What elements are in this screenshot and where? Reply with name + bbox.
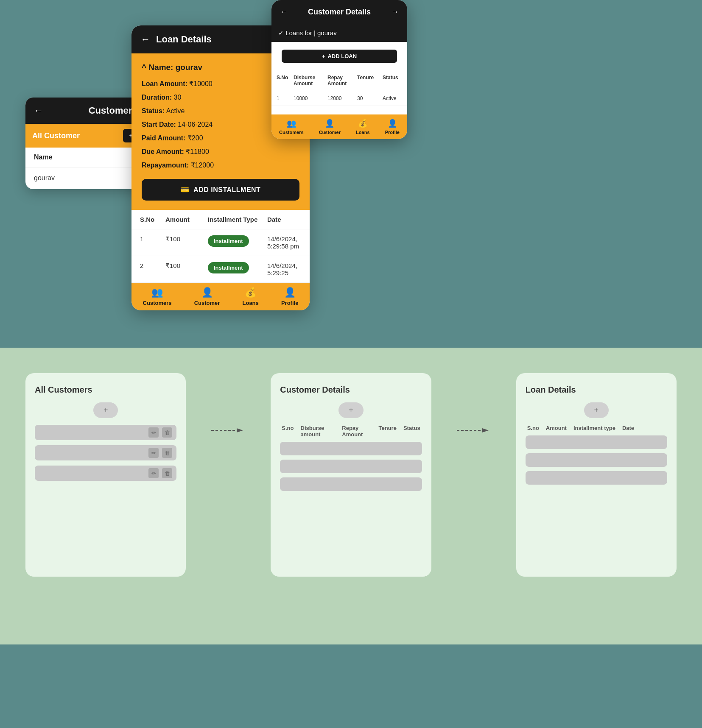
cd-col-sno: S.No: [277, 75, 294, 86]
all-customer-label: All Customer: [32, 131, 80, 140]
svg-marker-3: [482, 428, 489, 432]
add-loan-button[interactable]: + ADD LOAN: [282, 50, 397, 63]
row1-type: Installment: [208, 235, 267, 247]
cd-col-status: Status: [383, 75, 407, 86]
cd-nav-loans[interactable]: 💰 Loans: [356, 119, 369, 135]
flow-row-1-1: ✏ 🗑: [35, 425, 176, 440]
cd-customer-label: Customer: [319, 130, 341, 135]
col-amount: Amount: [165, 216, 208, 223]
nav-customers-label: Customers: [143, 300, 172, 306]
plus-icon-1: +: [103, 406, 108, 415]
nav-customer[interactable]: 👤 Customer: [194, 287, 220, 306]
flow-table-header-2: S.no Disburse amount Repay Amount Tenure…: [280, 425, 422, 438]
flow-card-all-customers: All Customers + ✏ 🗑 ✏ 🗑 ✏ 🗑: [25, 373, 186, 577]
flow-add-btn-1[interactable]: +: [93, 402, 118, 418]
cd-loans-icon: 💰: [358, 119, 367, 128]
loan-bottom-nav: 👥 Customers 👤 Customer 💰 Loans 👤 Profile: [131, 283, 310, 310]
col-disburse-2: Disburse amount: [301, 425, 336, 438]
installment-table: S.No Amount Installment Type Date 1 ₹100…: [131, 210, 310, 283]
col-sno-2: S.no: [282, 425, 294, 438]
nav-loans[interactable]: 💰 Loans: [243, 287, 259, 306]
delete-row-icon-3: 🗑: [162, 468, 172, 478]
col-sno: S.No: [140, 216, 165, 223]
cd-row1-sno: 1: [277, 95, 294, 101]
loan-back-icon[interactable]: ←: [141, 34, 150, 45]
cd-col-disburse: Disburse Amount: [294, 75, 327, 86]
svg-marker-1: [237, 428, 243, 432]
flow-row-1-2: ✏ 🗑: [35, 445, 176, 460]
customer-details-card: ← Customer Details → ✓ Loans for | goura…: [271, 0, 407, 139]
loan-due-amount: Due Amount: ₹11800: [142, 147, 299, 157]
edit-row-icon-3: ✏: [148, 468, 159, 478]
add-installment-button[interactable]: 💳 ADD INSTALLMENT: [142, 179, 299, 201]
flow-card-2-title: Customer Details: [280, 385, 422, 395]
cd-loans-section: ✓ Loans for | gourav + ADD LOAN S.No Dis…: [271, 24, 407, 106]
credit-card-icon: 💳: [181, 186, 190, 194]
profile-nav-icon: 👤: [284, 287, 296, 298]
cd-loans-header: ✓ Loans for | gourav: [271, 24, 407, 42]
flow-card-customer-details: Customer Details + S.no Disburse amount …: [271, 373, 431, 577]
plus-icon-3: +: [594, 406, 599, 415]
flow-table-row-2-2: [280, 460, 422, 473]
nav-customers[interactable]: 👥 Customers: [143, 287, 172, 306]
installment-row-1: 1 ₹100 Installment 14/6/2024, 5:29:58 pm: [131, 229, 310, 256]
flow-card-1-title: All Customers: [35, 385, 176, 395]
edit-row-icon-1: ✏: [148, 427, 159, 438]
flow-table-row-2-3: [280, 477, 422, 491]
customer-card-title: Customer: [89, 105, 132, 116]
nav-customer-label: Customer: [194, 300, 220, 306]
cd-profile-label: Profile: [385, 130, 400, 135]
dashed-arrow-2: [457, 373, 491, 437]
loan-details-title: Loan Details: [156, 34, 212, 45]
row2-type: Installment: [208, 262, 267, 273]
flow-table-header-3: S.no Amount Installment type Date: [526, 425, 667, 431]
delete-row-icon-1: 🗑: [162, 427, 172, 438]
cd-logout-icon[interactable]: →: [391, 8, 399, 17]
customer-back-icon[interactable]: ←: [34, 105, 43, 116]
add-loan-label: ADD LOAN: [327, 53, 357, 59]
row1-date: 14/6/2024, 5:29:58 pm: [267, 235, 301, 250]
upper-section: ← Customer → All Customer + ADD CUSTOMER…: [0, 0, 702, 348]
cd-loans-label: Loans: [356, 130, 369, 135]
col-amount-3: Amount: [546, 425, 567, 431]
cd-nav-customer[interactable]: 👤 Customer: [319, 119, 341, 135]
row1-amount: ₹100: [165, 235, 208, 243]
flow-card-loan-details: Loan Details + S.no Amount Installment t…: [516, 373, 677, 577]
cd-profile-icon: 👤: [388, 119, 397, 128]
dashed-arrow-1: [211, 373, 245, 437]
cd-nav-profile[interactable]: 👤 Profile: [385, 119, 400, 135]
row2-sno: 2: [140, 262, 165, 269]
col-type: Installment Type: [208, 216, 267, 223]
col-name: Name: [34, 153, 53, 161]
col-type-3: Installment type: [573, 425, 615, 431]
flow-add-btn-3[interactable]: +: [584, 402, 609, 418]
customer-details-header: ← Customer Details →: [271, 0, 407, 24]
cd-row1-disburse: 10000: [294, 95, 327, 101]
customer-name: gourav: [34, 174, 55, 182]
plus-icon-2: +: [349, 406, 353, 415]
flow-card-3-title: Loan Details: [526, 385, 667, 395]
installment-table-header: S.No Amount Installment Type Date: [131, 210, 310, 229]
cd-row1-status: Active: [383, 95, 407, 101]
nav-profile[interactable]: 👤 Profile: [281, 287, 298, 306]
nav-profile-label: Profile: [281, 300, 298, 306]
row1-sno: 1: [140, 235, 165, 243]
installment-row-2: 2 ₹100 Installment 14/6/2024, 5:29:25: [131, 256, 310, 283]
cd-title: Customer Details: [308, 8, 371, 17]
col-tenure-2: Tenure: [379, 425, 397, 438]
customer-details-nav: 👥 Customers 👤 Customer 💰 Loans 👤 Profile: [271, 114, 407, 139]
cd-back-icon[interactable]: ←: [280, 8, 288, 17]
flow-add-btn-2[interactable]: +: [338, 402, 364, 418]
lower-section: All Customers + ✏ 🗑 ✏ 🗑 ✏ 🗑 Customer Det…: [0, 348, 702, 644]
col-sno-3: S.no: [527, 425, 539, 431]
col-status-2: Status: [403, 425, 420, 438]
cd-nav-customers[interactable]: 👥 Customers: [279, 119, 303, 135]
cd-row1-tenure: 30: [357, 95, 383, 101]
cd-customers-icon: 👥: [287, 119, 296, 128]
customers-nav-icon: 👥: [151, 287, 163, 298]
cd-row1-repay: 12000: [327, 95, 357, 101]
cd-loans-title: ✓ Loans for | gourav: [278, 29, 337, 37]
cd-customer-icon: 👤: [325, 119, 334, 128]
plus-icon: +: [322, 53, 325, 59]
cd-customers-label: Customers: [279, 130, 303, 135]
